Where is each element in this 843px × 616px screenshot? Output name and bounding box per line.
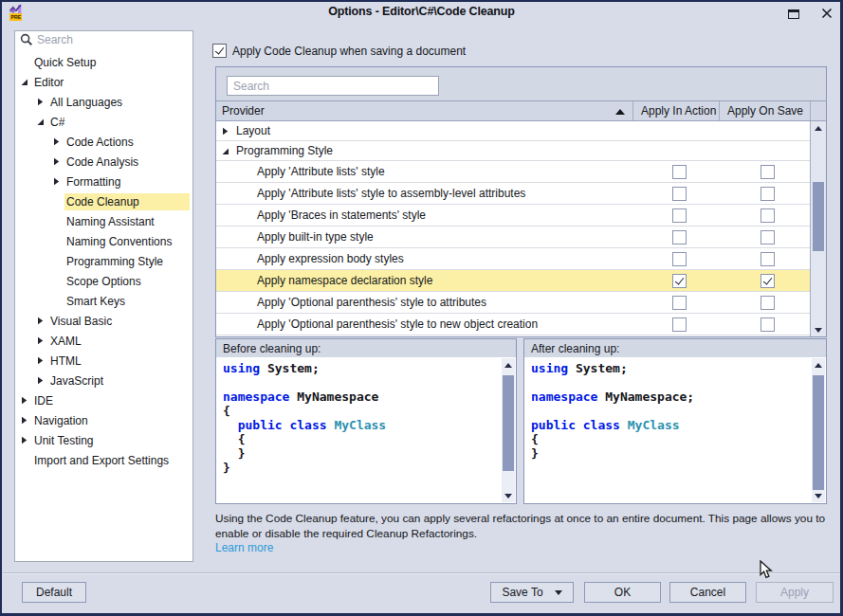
tree-collapsed-icon[interactable] <box>36 317 48 325</box>
provider-table-body: Layout Programming Style Apply 'Attribut… <box>216 121 810 336</box>
apply-on-save-checkbox[interactable] <box>761 187 775 201</box>
apply-on-save-checkbox[interactable] <box>761 296 775 310</box>
row-expanded-icon[interactable] <box>221 147 236 155</box>
tree-item-xaml[interactable]: XAML <box>15 331 192 351</box>
apply-in-action-checkbox[interactable] <box>672 252 687 266</box>
tree-item-code-analysis[interactable]: Code Analysis <box>15 152 192 172</box>
provider-search-input[interactable]: Search <box>227 76 439 96</box>
maximize-button[interactable] <box>783 6 804 23</box>
tree-item-ide[interactable]: IDE <box>15 390 192 410</box>
apply-in-action-checkbox[interactable] <box>672 208 687 223</box>
table-scrollbar-thumb[interactable] <box>813 182 824 251</box>
apply-on-save-checkbox[interactable] <box>761 165 775 179</box>
apply-on-save-row: Apply Code Cleanup when saving a documen… <box>212 44 466 58</box>
cancel-button[interactable]: Cancel <box>669 582 746 603</box>
table-scrollbar[interactable] <box>810 121 826 336</box>
tree-item-code-cleanup[interactable]: Code Cleanup <box>15 191 192 211</box>
apply-on-save-checkbox[interactable] <box>761 230 775 245</box>
tree-collapsed-icon[interactable] <box>20 396 32 405</box>
before-code-scrollbar[interactable] <box>502 358 515 502</box>
tree-item-javascript[interactable]: JavaScript <box>15 371 192 390</box>
apply-on-save-checkbox[interactable] <box>761 252 775 266</box>
scroll-up-icon[interactable] <box>502 358 515 371</box>
table-row-programming-style[interactable]: Programming Style <box>216 141 810 161</box>
tree-item-all-languages[interactable]: All Languages <box>15 92 192 112</box>
table-row-built-in-type[interactable]: Apply built-in type style <box>216 226 810 248</box>
before-pane-title: Before cleaning up: <box>216 339 516 357</box>
tree-item-programming-style[interactable]: Programming Style <box>15 251 192 271</box>
tree-collapsed-icon[interactable] <box>52 137 64 146</box>
tree-collapsed-icon[interactable] <box>52 157 64 166</box>
provider-panel: Search Provider Apply In Action Apply On… <box>215 66 827 337</box>
tree-item-import-export-settings[interactable]: Import and Export Settings <box>15 450 192 470</box>
apply-on-save-checkbox[interactable] <box>761 317 775 332</box>
scroll-down-icon[interactable] <box>812 489 825 502</box>
tree-item-naming-conventions[interactable]: Naming Conventions <box>15 231 192 251</box>
table-row-braces-in-statements[interactable]: Apply 'Braces in statements' style <box>216 205 810 226</box>
cell-apply-on-save <box>719 226 810 247</box>
default-button[interactable]: Default <box>22 582 86 603</box>
provider-table-header: Provider Apply In Action Apply On Save <box>216 100 826 121</box>
tree-collapsed-icon[interactable] <box>36 356 48 365</box>
table-row-expression-body[interactable]: Apply expression body styles <box>216 248 810 270</box>
tree-item-formatting[interactable]: Formatting <box>15 172 192 191</box>
sidebar-search-placeholder: Search <box>37 33 73 46</box>
tree-item-scope-options[interactable]: Scope Options <box>15 271 192 291</box>
tree-item-csharp[interactable]: C# <box>15 112 192 132</box>
tree-expanded-icon[interactable] <box>36 118 48 126</box>
tree-collapsed-icon[interactable] <box>36 98 48 106</box>
apply-in-action-checkbox[interactable] <box>672 317 687 332</box>
tree-item-naming-assistant[interactable]: Naming Assistant <box>15 211 192 231</box>
tree-item-visual-basic[interactable]: Visual Basic <box>15 311 192 331</box>
apply-on-save-checkbox[interactable] <box>212 44 227 58</box>
tree-item-quick-setup[interactable]: Quick Setup <box>15 52 192 72</box>
after-code-scrollbar[interactable] <box>812 358 825 502</box>
table-row-attribute-lists-assembly[interactable]: Apply 'Attribute lists' style to assembl… <box>216 183 810 205</box>
table-row-namespace-declaration[interactable]: Apply namespace declaration style <box>216 270 810 292</box>
apply-on-save-checkbox[interactable] <box>761 274 775 288</box>
tree-collapsed-icon[interactable] <box>20 416 32 425</box>
table-row-layout[interactable]: Layout <box>216 121 810 141</box>
column-header-apply-in-action[interactable]: Apply In Action <box>632 101 719 120</box>
apply-in-action-checkbox[interactable] <box>672 274 687 288</box>
before-scrollbar-thumb[interactable] <box>503 375 514 471</box>
table-row-optional-parenthesis-attributes[interactable]: Apply 'Optional parenthesis' style to at… <box>216 292 810 314</box>
apply-in-action-checkbox[interactable] <box>672 187 687 201</box>
tree-item-unit-testing[interactable]: Unit Testing <box>15 430 192 450</box>
apply-on-save-checkbox[interactable] <box>761 208 775 223</box>
after-pane-title: After cleaning up: <box>524 339 826 357</box>
tree-item-navigation[interactable]: Navigation <box>15 410 192 430</box>
scroll-down-icon[interactable] <box>502 489 515 502</box>
tree-item-smart-keys[interactable]: Smart Keys <box>15 291 192 311</box>
row-collapsed-icon[interactable] <box>221 127 236 136</box>
sidebar-search-input[interactable]: Search <box>14 30 193 49</box>
apply-in-action-checkbox[interactable] <box>672 296 687 310</box>
table-row-attribute-lists[interactable]: Apply 'Attribute lists' style <box>216 161 810 183</box>
scroll-up-icon[interactable] <box>811 121 826 135</box>
tree-collapsed-icon[interactable] <box>20 436 32 444</box>
column-header-apply-on-save[interactable]: Apply On Save <box>719 101 810 120</box>
ok-button[interactable]: OK <box>584 582 661 603</box>
tree-collapsed-icon[interactable] <box>52 177 64 186</box>
save-to-button[interactable]: Save To <box>490 582 574 603</box>
tree-item-code-actions[interactable]: Code Actions <box>15 132 192 152</box>
column-header-provider[interactable]: Provider <box>216 101 632 120</box>
apply-in-action-checkbox[interactable] <box>672 230 687 245</box>
cell-apply-on-save <box>719 314 810 335</box>
tree-expanded-icon[interactable] <box>20 78 32 86</box>
scroll-up-icon[interactable] <box>812 358 825 371</box>
learn-more-link[interactable]: Learn more <box>215 541 273 554</box>
tree-item-html[interactable]: HTML <box>15 351 192 371</box>
scroll-down-icon[interactable] <box>811 323 826 336</box>
after-cleaning-pane: After cleaning up: using System; namespa… <box>523 338 827 504</box>
search-icon <box>20 33 33 46</box>
close-button[interactable] <box>814 4 840 23</box>
cell-apply-in-action <box>632 121 719 140</box>
mouse-cursor <box>760 560 773 580</box>
apply-in-action-checkbox[interactable] <box>672 165 687 179</box>
tree-collapsed-icon[interactable] <box>36 376 48 385</box>
after-scrollbar-thumb[interactable] <box>813 375 824 490</box>
tree-collapsed-icon[interactable] <box>36 336 48 345</box>
tree-item-editor[interactable]: Editor <box>15 72 192 92</box>
table-row-optional-parenthesis-new-object[interactable]: Apply 'Optional parenthesis' style to ne… <box>216 314 810 335</box>
